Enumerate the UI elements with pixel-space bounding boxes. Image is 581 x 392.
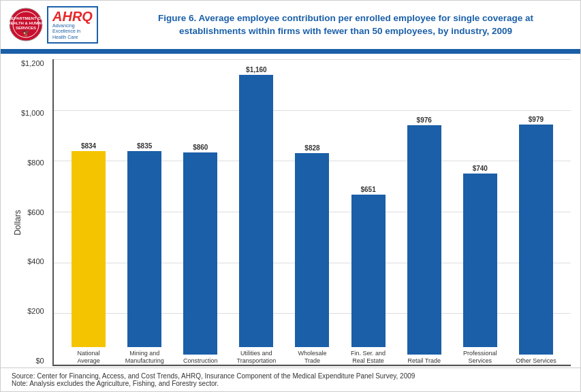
chart-wrapper: Dollars $1,200 $1,000 $800 $600 $400 $20…: [12, 59, 571, 366]
bar-rect: [351, 195, 386, 348]
svg-text:🦅: 🦅: [22, 29, 29, 36]
bar-rect: [72, 151, 106, 347]
bar-rect: [127, 151, 161, 347]
ahrq-logo-box: AHRQ Advancing Excellence in Health Care: [47, 6, 98, 44]
bar-item: $1,160Utilities andTransportation: [228, 59, 284, 365]
y-labels: $1,200 $1,000 $800 $600 $400 $200 $0: [21, 59, 44, 365]
bar-item: $740ProfessionalServices: [452, 59, 508, 365]
bar-x-label: Utilities andTransportation: [237, 350, 277, 365]
y-label-800: $800: [27, 159, 44, 167]
bar-item: $828WholesaleTrade: [284, 59, 340, 365]
bar-item: $835Mining andManufacturing: [116, 59, 172, 365]
bar-rect: [295, 153, 329, 348]
svg-text:DEPARTMENT OF: DEPARTMENT OF: [9, 16, 43, 20]
bar-item: $979Other Services: [508, 59, 564, 365]
bar-x-label: Mining andManufacturing: [125, 350, 164, 365]
y-label-1000: $1,000: [21, 109, 44, 117]
ahrq-text: AHRQ: [52, 10, 93, 23]
bars-area: $1,200 $1,000 $800 $600 $400 $200 $0: [52, 59, 571, 366]
bar-value-label: $834: [81, 142, 96, 150]
bar-item: $834NationalAverage: [61, 59, 116, 365]
main-container: DEPARTMENT OF HEALTH & HUMAN SERVICES 🦅 …: [1, 1, 581, 392]
header: DEPARTMENT OF HEALTH & HUMAN SERVICES 🦅 …: [1, 1, 581, 51]
logo-area: DEPARTMENT OF HEALTH & HUMAN SERVICES 🦅 …: [9, 6, 118, 44]
note-text: Note: Analysis excludes the Agriculture,…: [12, 380, 571, 387]
y-label-1200: $1,200: [21, 59, 44, 67]
y-label-400: $400: [27, 257, 44, 265]
bar-value-label: $835: [137, 142, 152, 150]
bar-item: $860Construction: [172, 59, 228, 365]
bar-x-label: Retail Trade: [407, 357, 441, 365]
y-label-200: $200: [27, 307, 44, 315]
bar-item: $651Fin. Ser. andReal Estate: [341, 59, 396, 365]
bar-value-label: $651: [360, 186, 375, 193]
svg-text:HEALTH & HUMAN: HEALTH & HUMAN: [9, 21, 43, 25]
ahrq-sub: Advancing Excellence in Health Care: [52, 23, 93, 40]
bar-x-label: ProfessionalServices: [463, 350, 497, 365]
bar-rect: [407, 125, 441, 355]
y-label-600: $600: [27, 208, 44, 216]
bar-x-label: NationalAverage: [77, 350, 99, 365]
bar-rect: [519, 125, 553, 355]
bar-value-label: $1,160: [246, 66, 267, 74]
bar-x-label: Other Services: [516, 357, 556, 365]
bar-value-label: $828: [304, 144, 319, 152]
bar-value-label: $976: [417, 116, 432, 124]
bar-rect: [463, 174, 497, 347]
footer: Source: Center for Financing, Access, an…: [1, 368, 581, 392]
bar-value-label: $979: [529, 116, 544, 123]
bar-rect: [239, 75, 273, 347]
chart-inner: $1,200 $1,000 $800 $600 $400 $200 $0: [24, 59, 571, 366]
bars-group: $834NationalAverage$835Mining andManufac…: [61, 59, 564, 365]
bar-x-label: Fin. Ser. andReal Estate: [351, 350, 386, 365]
bar-item: $976Retail Trade: [396, 59, 452, 365]
chart-area: Dollars $1,200 $1,000 $800 $600 $400 $20…: [1, 54, 581, 366]
bar-value-label: $740: [473, 165, 488, 172]
bar-x-label: Construction: [183, 357, 218, 365]
bar-x-label: WholesaleTrade: [298, 350, 326, 365]
y-label-0: $0: [35, 357, 44, 365]
bar-value-label: $860: [193, 144, 208, 151]
bar-rect: [183, 152, 217, 355]
chart-title: Figure 6. Average employee contribution …: [118, 12, 574, 38]
source-text: Source: Center for Financing, Access, an…: [12, 372, 571, 380]
